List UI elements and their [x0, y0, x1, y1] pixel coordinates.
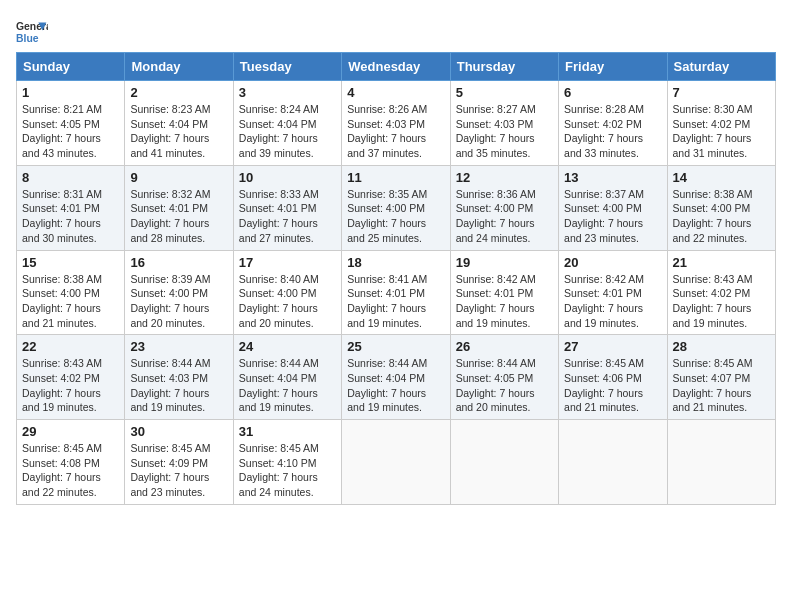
week-row-2: 8 Sunrise: 8:31 AM Sunset: 4:01 PM Dayli… [17, 165, 776, 250]
day-number: 7 [673, 85, 770, 100]
page-header: General Blue [16, 16, 776, 48]
day-number: 6 [564, 85, 661, 100]
day-number: 10 [239, 170, 336, 185]
day-number: 3 [239, 85, 336, 100]
day-number: 27 [564, 339, 661, 354]
calendar-cell: 29 Sunrise: 8:45 AM Sunset: 4:08 PM Dayl… [17, 420, 125, 505]
day-number: 4 [347, 85, 444, 100]
day-number: 8 [22, 170, 119, 185]
calendar-cell: 16 Sunrise: 8:39 AM Sunset: 4:00 PM Dayl… [125, 250, 233, 335]
day-number: 29 [22, 424, 119, 439]
calendar-cell: 4 Sunrise: 8:26 AM Sunset: 4:03 PM Dayli… [342, 81, 450, 166]
day-number: 20 [564, 255, 661, 270]
week-row-3: 15 Sunrise: 8:38 AM Sunset: 4:00 PM Dayl… [17, 250, 776, 335]
calendar-cell: 12 Sunrise: 8:36 AM Sunset: 4:00 PM Dayl… [450, 165, 558, 250]
calendar-cell: 2 Sunrise: 8:23 AM Sunset: 4:04 PM Dayli… [125, 81, 233, 166]
calendar-cell [342, 420, 450, 505]
day-info: Sunrise: 8:42 AM Sunset: 4:01 PM Dayligh… [456, 272, 553, 331]
calendar-cell: 9 Sunrise: 8:32 AM Sunset: 4:01 PM Dayli… [125, 165, 233, 250]
day-info: Sunrise: 8:42 AM Sunset: 4:01 PM Dayligh… [564, 272, 661, 331]
week-row-5: 29 Sunrise: 8:45 AM Sunset: 4:08 PM Dayl… [17, 420, 776, 505]
svg-text:Blue: Blue [16, 33, 39, 44]
calendar-cell: 3 Sunrise: 8:24 AM Sunset: 4:04 PM Dayli… [233, 81, 341, 166]
day-number: 12 [456, 170, 553, 185]
weekday-header-row: SundayMondayTuesdayWednesdayThursdayFrid… [17, 53, 776, 81]
weekday-header-wednesday: Wednesday [342, 53, 450, 81]
calendar-cell: 18 Sunrise: 8:41 AM Sunset: 4:01 PM Dayl… [342, 250, 450, 335]
day-number: 22 [22, 339, 119, 354]
calendar-cell: 24 Sunrise: 8:44 AM Sunset: 4:04 PM Dayl… [233, 335, 341, 420]
calendar-cell [667, 420, 775, 505]
day-number: 1 [22, 85, 119, 100]
weekday-header-friday: Friday [559, 53, 667, 81]
calendar-cell [559, 420, 667, 505]
weekday-header-sunday: Sunday [17, 53, 125, 81]
day-info: Sunrise: 8:39 AM Sunset: 4:00 PM Dayligh… [130, 272, 227, 331]
calendar-cell: 23 Sunrise: 8:44 AM Sunset: 4:03 PM Dayl… [125, 335, 233, 420]
calendar-cell: 13 Sunrise: 8:37 AM Sunset: 4:00 PM Dayl… [559, 165, 667, 250]
weekday-header-tuesday: Tuesday [233, 53, 341, 81]
day-info: Sunrise: 8:44 AM Sunset: 4:04 PM Dayligh… [347, 356, 444, 415]
calendar-cell [450, 420, 558, 505]
calendar-cell: 30 Sunrise: 8:45 AM Sunset: 4:09 PM Dayl… [125, 420, 233, 505]
calendar-cell: 27 Sunrise: 8:45 AM Sunset: 4:06 PM Dayl… [559, 335, 667, 420]
day-info: Sunrise: 8:40 AM Sunset: 4:00 PM Dayligh… [239, 272, 336, 331]
day-info: Sunrise: 8:44 AM Sunset: 4:03 PM Dayligh… [130, 356, 227, 415]
calendar-cell: 25 Sunrise: 8:44 AM Sunset: 4:04 PM Dayl… [342, 335, 450, 420]
day-number: 21 [673, 255, 770, 270]
day-info: Sunrise: 8:28 AM Sunset: 4:02 PM Dayligh… [564, 102, 661, 161]
calendar-cell: 1 Sunrise: 8:21 AM Sunset: 4:05 PM Dayli… [17, 81, 125, 166]
day-info: Sunrise: 8:35 AM Sunset: 4:00 PM Dayligh… [347, 187, 444, 246]
day-number: 31 [239, 424, 336, 439]
day-info: Sunrise: 8:32 AM Sunset: 4:01 PM Dayligh… [130, 187, 227, 246]
day-number: 11 [347, 170, 444, 185]
calendar-cell: 19 Sunrise: 8:42 AM Sunset: 4:01 PM Dayl… [450, 250, 558, 335]
day-number: 9 [130, 170, 227, 185]
day-info: Sunrise: 8:26 AM Sunset: 4:03 PM Dayligh… [347, 102, 444, 161]
calendar-cell: 14 Sunrise: 8:38 AM Sunset: 4:00 PM Dayl… [667, 165, 775, 250]
day-number: 15 [22, 255, 119, 270]
day-number: 17 [239, 255, 336, 270]
day-info: Sunrise: 8:45 AM Sunset: 4:07 PM Dayligh… [673, 356, 770, 415]
day-number: 28 [673, 339, 770, 354]
weekday-header-thursday: Thursday [450, 53, 558, 81]
logo-icon: General Blue [16, 16, 48, 48]
weekday-header-monday: Monday [125, 53, 233, 81]
calendar-cell: 5 Sunrise: 8:27 AM Sunset: 4:03 PM Dayli… [450, 81, 558, 166]
calendar-cell: 6 Sunrise: 8:28 AM Sunset: 4:02 PM Dayli… [559, 81, 667, 166]
day-info: Sunrise: 8:37 AM Sunset: 4:00 PM Dayligh… [564, 187, 661, 246]
day-info: Sunrise: 8:43 AM Sunset: 4:02 PM Dayligh… [673, 272, 770, 331]
day-number: 2 [130, 85, 227, 100]
day-info: Sunrise: 8:36 AM Sunset: 4:00 PM Dayligh… [456, 187, 553, 246]
day-info: Sunrise: 8:38 AM Sunset: 4:00 PM Dayligh… [673, 187, 770, 246]
calendar-cell: 31 Sunrise: 8:45 AM Sunset: 4:10 PM Dayl… [233, 420, 341, 505]
day-number: 30 [130, 424, 227, 439]
day-info: Sunrise: 8:45 AM Sunset: 4:09 PM Dayligh… [130, 441, 227, 500]
day-info: Sunrise: 8:23 AM Sunset: 4:04 PM Dayligh… [130, 102, 227, 161]
day-info: Sunrise: 8:43 AM Sunset: 4:02 PM Dayligh… [22, 356, 119, 415]
day-number: 23 [130, 339, 227, 354]
day-number: 18 [347, 255, 444, 270]
day-number: 26 [456, 339, 553, 354]
logo: General Blue [16, 16, 48, 48]
day-info: Sunrise: 8:30 AM Sunset: 4:02 PM Dayligh… [673, 102, 770, 161]
day-number: 16 [130, 255, 227, 270]
day-info: Sunrise: 8:44 AM Sunset: 4:05 PM Dayligh… [456, 356, 553, 415]
day-number: 19 [456, 255, 553, 270]
calendar-cell: 7 Sunrise: 8:30 AM Sunset: 4:02 PM Dayli… [667, 81, 775, 166]
calendar-cell: 20 Sunrise: 8:42 AM Sunset: 4:01 PM Dayl… [559, 250, 667, 335]
week-row-1: 1 Sunrise: 8:21 AM Sunset: 4:05 PM Dayli… [17, 81, 776, 166]
day-info: Sunrise: 8:27 AM Sunset: 4:03 PM Dayligh… [456, 102, 553, 161]
day-info: Sunrise: 8:38 AM Sunset: 4:00 PM Dayligh… [22, 272, 119, 331]
day-number: 14 [673, 170, 770, 185]
calendar-cell: 10 Sunrise: 8:33 AM Sunset: 4:01 PM Dayl… [233, 165, 341, 250]
calendar-cell: 17 Sunrise: 8:40 AM Sunset: 4:00 PM Dayl… [233, 250, 341, 335]
week-row-4: 22 Sunrise: 8:43 AM Sunset: 4:02 PM Dayl… [17, 335, 776, 420]
day-number: 13 [564, 170, 661, 185]
day-info: Sunrise: 8:45 AM Sunset: 4:08 PM Dayligh… [22, 441, 119, 500]
calendar-cell: 11 Sunrise: 8:35 AM Sunset: 4:00 PM Dayl… [342, 165, 450, 250]
calendar-cell: 28 Sunrise: 8:45 AM Sunset: 4:07 PM Dayl… [667, 335, 775, 420]
calendar-cell: 22 Sunrise: 8:43 AM Sunset: 4:02 PM Dayl… [17, 335, 125, 420]
calendar-cell: 8 Sunrise: 8:31 AM Sunset: 4:01 PM Dayli… [17, 165, 125, 250]
calendar-table: SundayMondayTuesdayWednesdayThursdayFrid… [16, 52, 776, 505]
